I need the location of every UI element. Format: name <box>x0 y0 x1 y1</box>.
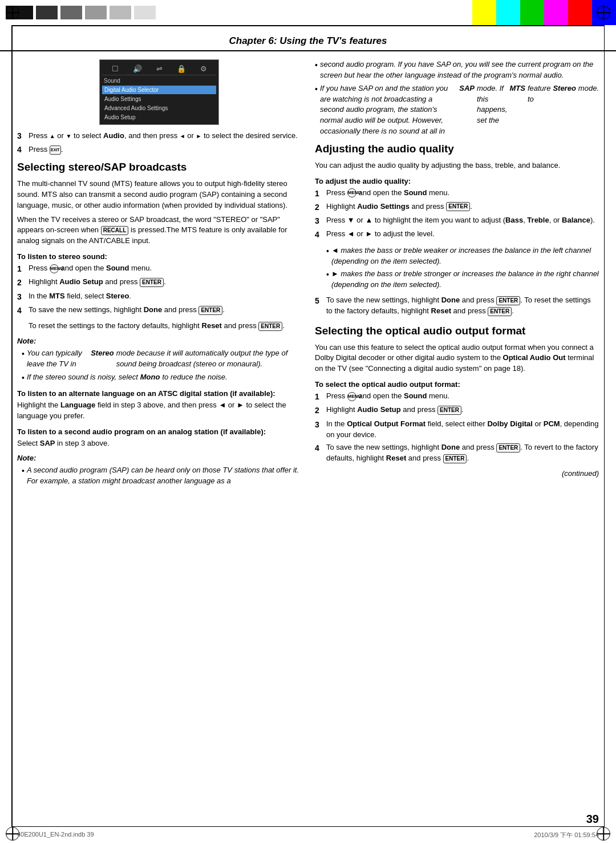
aq-step5-text: To save the new settings, highlight Done… <box>326 295 599 317</box>
audio-quality-intro: You can adjust the audio quality by adju… <box>315 160 599 171</box>
page-border-top <box>11 25 605 26</box>
reg-mark-top-right <box>597 6 610 19</box>
step3-num: 3 <box>17 131 25 142</box>
right-bullet1: second audio program. If you have SAP on… <box>315 59 599 81</box>
tv-menu-screenshot: ☐ 🔊 ⇌ 🔒 ⚙ Sound Digital Audio Selector A… <box>99 59 219 125</box>
page-number: 39 <box>586 813 599 826</box>
step3-text: Press or to select Audio, and then press… <box>29 131 298 142</box>
menu-icon-audio: 🔊 <box>133 64 142 73</box>
optical-sub: To select the optical audio output forma… <box>315 380 599 389</box>
chapter-title: Chapter 6: Using the TV's features <box>229 35 387 46</box>
menu-icon-gear: ⚙ <box>200 64 207 73</box>
opt-step2: 2 Highlight Audio Setup and press ENTER. <box>315 405 599 416</box>
section1-title: Selecting stereo/SAP broadcasts <box>17 161 301 174</box>
opt-step1: 1 Press MENU and open the Sound menu. <box>315 391 599 402</box>
footer-right: 2010/3/9 下午 01:59:54 <box>534 831 599 839</box>
menu-item-audio-settings: Audio Settings <box>102 95 216 103</box>
note2-item1: A second audio program (SAP) can be hear… <box>22 465 301 487</box>
enter-button-aq5: ENTER <box>496 296 520 305</box>
stereo-step2: 2 Highlight Audio Setup and press ENTER. <box>17 277 301 288</box>
menu-icon-screen: ☐ <box>112 64 119 73</box>
menu-icon-lock: 🔒 <box>177 64 186 73</box>
aq-step3: 3 Press ▼ or ▲ to highlight the item you… <box>315 215 599 227</box>
stereo-subsection-title: To listen to stereo sound: <box>17 252 301 261</box>
menu-icon-settings: ⇌ <box>156 64 163 73</box>
color-block-red <box>568 0 592 25</box>
menu-sound-label: Sound <box>102 77 216 84</box>
enter-button-opt2: ENTER <box>437 406 461 415</box>
exit-icon: EXIT <box>50 146 61 155</box>
enter-button-2: ENTER <box>198 306 222 315</box>
left-column: ☐ 🔊 ⇌ 🔒 ⚙ Sound Digital Audio Selector A… <box>17 59 301 815</box>
footer-left: 40E200U1_EN-2nd.indb 39 <box>17 831 94 839</box>
color-block-green <box>520 0 544 25</box>
aq-bullet1: ◄ makes the bass or treble weaker or inc… <box>326 245 599 267</box>
stereo-reset-text: To reset the settings to the factory def… <box>29 321 301 332</box>
color-block-cyan <box>496 0 520 25</box>
reg-mark-top-left <box>6 6 19 19</box>
enter-button-opt4: ENTER <box>496 443 520 453</box>
stereo-step1: 1 Press MENU and open the Sound menu. <box>17 263 301 274</box>
step4-num: 4 <box>17 144 25 156</box>
recall-button: RECALL <box>101 226 129 236</box>
continued-text: (continued) <box>315 469 599 479</box>
second-audio-title: To listen to a second audio program on a… <box>17 427 301 436</box>
color-block-yellow <box>472 0 496 25</box>
aq-bullet2: ► makes the bass or treble stronger or i… <box>326 269 599 290</box>
menu-item-audio-setup: Audio Setup <box>102 113 216 122</box>
menu-item-digital-audio: Digital Audio Selector <box>102 86 216 94</box>
aq-step5-num: 5 <box>315 295 323 306</box>
black-block-2 <box>36 6 58 19</box>
aq-step2: 2 Highlight Audio Settings and press ENT… <box>315 201 599 213</box>
second-audio-text: Select SAP in step 3 above. <box>17 438 301 449</box>
enter-button-aq2: ENTER <box>446 202 470 211</box>
note2-list: A second audio program (SAP) can be hear… <box>22 465 301 487</box>
aq-step1: 1 Press MENU and open the Sound menu. <box>315 188 599 199</box>
opt-step3: 3 In the Optical Output Format field, se… <box>315 419 599 441</box>
section1-intro: The multi-channel TV sound (MTS) feature… <box>17 179 301 211</box>
enter-button: ENTER <box>140 278 164 287</box>
step4-text: Press EXIT. <box>29 144 63 155</box>
black-block-4 <box>85 6 107 19</box>
note1-label: Note: <box>17 337 36 345</box>
enter-button-opt4b: ENTER <box>443 454 467 463</box>
enter-button-3: ENTER <box>258 322 282 331</box>
section1-para2: When the TV receives a stereo or SAP bro… <box>17 215 301 247</box>
opt-step4: 4 To save the new settings, highlight Do… <box>315 442 599 464</box>
right-bullet2: If you have SAP on and the station you a… <box>315 83 599 137</box>
footer: 40E200U1_EN-2nd.indb 39 2010/3/9 下午 01:5… <box>17 831 599 839</box>
audio-quality-sub: To adjust the audio quality: <box>315 177 599 185</box>
note1-item2: If the stereo sound is noisy, select Mon… <box>22 372 301 383</box>
note1-list: You can typically leave the TV in Stereo… <box>22 348 301 383</box>
menu-icon-circle: MENU <box>50 264 59 273</box>
stereo-step3: 3 In the MTS field, select Stereo. <box>17 291 301 302</box>
black-block-3 <box>60 6 82 19</box>
alternate-lang-title: To listen to an alternate language on an… <box>17 389 301 398</box>
note1-item1: You can typically leave the TV in Stereo… <box>22 348 301 370</box>
enter-button-aq5b: ENTER <box>488 307 512 316</box>
color-block-magenta <box>544 0 568 25</box>
page-border-bottom <box>11 826 605 827</box>
note2-label: Note: <box>17 454 36 462</box>
right-intro-bullets: second audio program. If you have SAP on… <box>315 59 599 137</box>
aq-step4: 4 Press ◄ or ► to adjust the level. <box>315 229 599 240</box>
page-border-right <box>604 25 605 827</box>
black-block-6 <box>134 6 156 19</box>
menu-icon-aq1: MENU <box>347 188 356 197</box>
audio-quality-bullets: ◄ makes the bass or treble weaker or inc… <box>326 245 599 290</box>
optical-title: Selecting the optical audio output forma… <box>315 325 599 338</box>
black-block-5 <box>110 6 131 19</box>
chapter-header: Chapter 6: Using the TV's features <box>0 32 616 51</box>
stereo-step4: 4 To save the new settings, highlight Do… <box>17 305 301 316</box>
menu-item-advanced-audio: Advanced Audio Settings <box>102 104 216 112</box>
page-border-left <box>11 25 13 827</box>
alternate-lang-text: Highlight the Language field in step 3 a… <box>17 400 301 422</box>
right-column: second audio program. If you have SAP on… <box>315 59 599 815</box>
optical-intro: You can use this feature to select the o… <box>315 342 599 375</box>
menu-icon-opt1: MENU <box>347 392 356 401</box>
audio-quality-title: Adjusting the audio quality <box>315 143 599 156</box>
